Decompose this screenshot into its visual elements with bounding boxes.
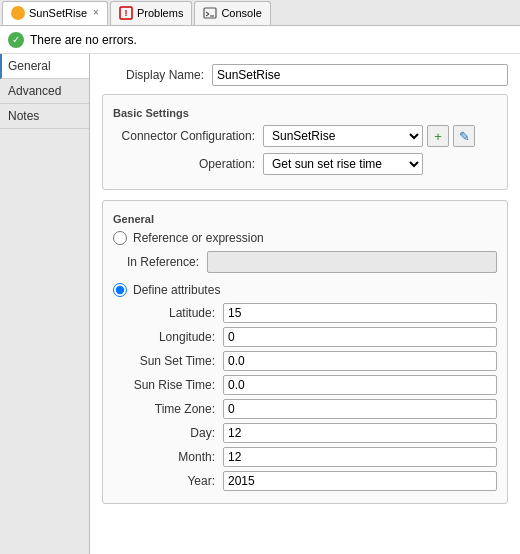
timezone-label: Time Zone:: [113, 402, 223, 416]
month-label: Month:: [113, 450, 223, 464]
attr-row-month: Month:: [113, 447, 497, 467]
sunset-time-label: Sun Set Time:: [113, 354, 223, 368]
connector-config-wrapper: SunSetRise + ✎: [263, 125, 475, 147]
tab-sunsetrise[interactable]: SunSetRise ×: [2, 1, 108, 25]
main-layout: General Advanced Notes Display Name: Bas…: [0, 54, 520, 554]
longitude-input[interactable]: [223, 327, 497, 347]
tab-problems-label: Problems: [137, 7, 183, 19]
sidebar-item-advanced[interactable]: Advanced: [0, 79, 89, 104]
attribute-fields: Latitude: Longitude: Sun Set Time: Sun R…: [113, 303, 497, 491]
svg-line-4: [206, 14, 209, 16]
sidebar-item-general[interactable]: General: [0, 54, 89, 79]
attr-row-longitude: Longitude:: [113, 327, 497, 347]
edit-connector-button[interactable]: ✎: [453, 125, 475, 147]
tab-bar: SunSetRise × ! Problems Console: [0, 0, 520, 26]
tab-problems[interactable]: ! Problems: [110, 1, 192, 25]
operation-label: Operation:: [113, 157, 263, 171]
general-section-header: General: [113, 213, 497, 225]
latitude-label: Latitude:: [113, 306, 223, 320]
reference-radio[interactable]: [113, 231, 127, 245]
in-reference-label: In Reference:: [117, 255, 207, 269]
attr-row-timezone: Time Zone:: [113, 399, 497, 419]
sunsetrise-icon: [11, 6, 25, 20]
status-text: There are no errors.: [30, 33, 137, 47]
attr-row-sunset-time: Sun Set Time:: [113, 351, 497, 371]
tab-close-icon[interactable]: ×: [93, 7, 99, 18]
reference-radio-label: Reference or expression: [133, 231, 264, 245]
connector-config-label: Connector Configuration:: [113, 129, 263, 143]
sidebar: General Advanced Notes: [0, 54, 90, 554]
tab-console[interactable]: Console: [194, 1, 270, 25]
general-box: General Reference or expression In Refer…: [102, 200, 508, 504]
operation-wrapper: Get sun set rise time: [263, 153, 423, 175]
define-radio-row: Define attributes: [113, 283, 497, 297]
display-name-input[interactable]: [212, 64, 508, 86]
basic-settings-header: Basic Settings: [113, 107, 497, 119]
add-connector-button[interactable]: +: [427, 125, 449, 147]
content-area: Display Name: Basic Settings Connector C…: [90, 54, 520, 554]
status-ok-icon: ✓: [8, 32, 24, 48]
edit-icon: ✎: [459, 129, 470, 144]
in-reference-input[interactable]: [207, 251, 497, 273]
connector-config-row: Connector Configuration: SunSetRise + ✎: [113, 125, 497, 147]
basic-settings-box: Basic Settings Connector Configuration: …: [102, 94, 508, 190]
attr-row-sunrise-time: Sun Rise Time:: [113, 375, 497, 395]
define-radio-label: Define attributes: [133, 283, 220, 297]
tab-sunsetrise-label: SunSetRise: [29, 7, 87, 19]
sunrise-time-input[interactable]: [223, 375, 497, 395]
add-icon: +: [434, 129, 442, 144]
sunrise-time-label: Sun Rise Time:: [113, 378, 223, 392]
year-input[interactable]: [223, 471, 497, 491]
latitude-input[interactable]: [223, 303, 497, 323]
sunset-time-input[interactable]: [223, 351, 497, 371]
year-label: Year:: [113, 474, 223, 488]
day-input[interactable]: [223, 423, 497, 443]
attr-row-latitude: Latitude:: [113, 303, 497, 323]
define-radio[interactable]: [113, 283, 127, 297]
tab-console-label: Console: [221, 7, 261, 19]
attr-row-year: Year:: [113, 471, 497, 491]
operation-row: Operation: Get sun set rise time: [113, 153, 497, 175]
longitude-label: Longitude:: [113, 330, 223, 344]
display-name-row: Display Name:: [102, 64, 508, 86]
month-input[interactable]: [223, 447, 497, 467]
day-label: Day:: [113, 426, 223, 440]
reference-radio-row: Reference or expression: [113, 231, 497, 245]
sidebar-item-notes[interactable]: Notes: [0, 104, 89, 129]
display-name-label: Display Name:: [102, 68, 212, 82]
in-reference-row: In Reference:: [117, 251, 497, 273]
problems-icon: !: [119, 6, 133, 20]
svg-text:!: !: [124, 8, 127, 18]
status-bar: ✓ There are no errors.: [0, 26, 520, 54]
operation-select[interactable]: Get sun set rise time: [263, 153, 423, 175]
timezone-input[interactable]: [223, 399, 497, 419]
attr-row-day: Day:: [113, 423, 497, 443]
connector-config-select[interactable]: SunSetRise: [263, 125, 423, 147]
console-icon: [203, 6, 217, 20]
